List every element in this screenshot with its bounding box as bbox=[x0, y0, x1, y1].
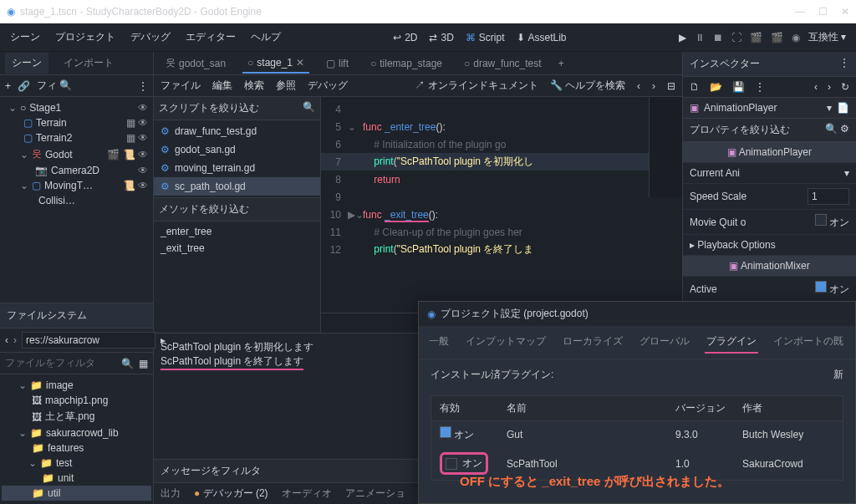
code-editor[interactable]: 45⌄func _enter_tree():6 # Initialization… bbox=[321, 97, 682, 313]
new-plugin-button[interactable]: 新 bbox=[833, 368, 843, 389]
script-menu-edit[interactable]: 編集 bbox=[212, 79, 232, 93]
inspector-object[interactable]: AnimationPlayer bbox=[704, 102, 822, 114]
fs-view-icon[interactable]: ▦ bbox=[139, 358, 148, 369]
movie-button[interactable]: ◉ bbox=[792, 32, 800, 43]
script-nav-fwd[interactable]: › bbox=[652, 80, 655, 92]
tree-item[interactable]: ⌄ 웃 Godot🎬 📜 👁 bbox=[2, 145, 151, 163]
inspector-section-mixer[interactable]: ▣ AnimationMixer bbox=[683, 256, 856, 277]
play-scene-button[interactable]: 🎬 bbox=[750, 32, 762, 43]
window-close[interactable]: ✕ bbox=[841, 6, 849, 18]
dialog-tab[interactable]: インポートの既 bbox=[772, 331, 845, 354]
inspector-close-icon[interactable]: ⋮ bbox=[839, 57, 849, 71]
remote-button[interactable]: ⛶ bbox=[731, 32, 741, 43]
dialog-tab[interactable]: プラグイン bbox=[705, 331, 758, 354]
window-maximize[interactable]: ☐ bbox=[818, 6, 828, 18]
renderer-dropdown[interactable]: 互換性 ▾ bbox=[808, 30, 846, 44]
inspector-prop[interactable]: Speed Scale bbox=[683, 184, 856, 210]
menu-editor[interactable]: エディター bbox=[186, 30, 236, 44]
pause-button[interactable]: ⏸ bbox=[695, 32, 705, 43]
method-item[interactable]: _exit_tree bbox=[154, 240, 320, 257]
script-item[interactable]: ⚙ draw_func_test.gd bbox=[154, 122, 320, 140]
bottom-tab-audio[interactable]: オーディオ bbox=[282, 486, 332, 501]
import-dock-tab[interactable]: インポート bbox=[57, 53, 120, 74]
script-menu-file[interactable]: ファイル bbox=[160, 79, 201, 93]
insp-history-icon[interactable]: ↻ bbox=[841, 81, 849, 93]
insp-search-icon[interactable]: 🔍 ⚙ bbox=[825, 123, 849, 137]
fs-search-icon[interactable]: 🔍 bbox=[121, 358, 134, 369]
bottom-tab-output[interactable]: 出力 bbox=[160, 486, 181, 501]
tree-item[interactable]: ⌄ ○ Stage1👁 bbox=[2, 100, 151, 115]
bottom-tab-debugger[interactable]: ● デバッガー (2) bbox=[194, 486, 268, 501]
method-item[interactable]: _enter_tree bbox=[154, 223, 320, 240]
insp-obj-dd-icon[interactable]: ▾ bbox=[827, 102, 832, 114]
script-menu-search[interactable]: 検索 bbox=[244, 79, 264, 93]
insp-new-icon[interactable]: 🗋 bbox=[690, 81, 700, 93]
add-node-button[interactable]: + bbox=[5, 80, 11, 92]
tree-item[interactable]: 📷 Camera2D👁 bbox=[2, 163, 151, 178]
mode-2d-button[interactable]: ↩ 2D bbox=[393, 32, 417, 43]
fs-item[interactable]: ⌄📁 image bbox=[2, 378, 151, 393]
script-help-search[interactable]: 🔧 ヘルプを検索 bbox=[550, 79, 625, 93]
scene-tab[interactable]: 웃 godot_san bbox=[160, 53, 231, 74]
dialog-tab[interactable]: インプットマップ bbox=[464, 331, 548, 354]
link-button[interactable]: 🔗 bbox=[18, 80, 30, 92]
script-item[interactable]: ⚙ godot_san.gd bbox=[154, 140, 320, 159]
fs-back-button[interactable]: ‹ bbox=[5, 334, 8, 346]
mode-script-button[interactable]: ⌘ Script bbox=[466, 32, 505, 43]
menu-debug[interactable]: デバッグ bbox=[130, 30, 171, 44]
window-minimize[interactable]: — bbox=[795, 6, 805, 18]
fs-item[interactable]: 🖼 mapchip1.png bbox=[2, 393, 151, 408]
dialog-tab[interactable]: ローカライズ bbox=[561, 331, 624, 354]
menu-project[interactable]: プロジェクト bbox=[55, 30, 115, 44]
fs-item[interactable]: 📁 unit bbox=[2, 471, 151, 486]
script-toggle-panel[interactable]: ⊟ bbox=[667, 80, 675, 92]
fs-item[interactable]: ⌄📁 test bbox=[2, 456, 151, 471]
insp-open-icon[interactable]: 📂 bbox=[710, 81, 722, 93]
inspector-section-ap[interactable]: ▣ AnimationPlayer bbox=[683, 142, 856, 163]
script-online-doc[interactable]: ↗ オンラインドキュメント bbox=[415, 79, 538, 93]
script-menu-debug[interactable]: デバッグ bbox=[308, 79, 348, 93]
inspector-prop[interactable]: ▸ Playback Options bbox=[683, 235, 856, 256]
active-checkbox[interactable] bbox=[815, 281, 827, 293]
script-filter-search-icon[interactable]: 🔍 bbox=[303, 101, 315, 115]
insp-doc-icon[interactable]: 📄 bbox=[837, 102, 849, 114]
insp-save-icon[interactable]: 💾 bbox=[732, 81, 745, 93]
scene-more-button[interactable]: ⋮ bbox=[138, 80, 148, 92]
tree-item[interactable]: ▢ Terrain▦ 👁 bbox=[2, 115, 151, 130]
fs-path-input[interactable] bbox=[22, 332, 155, 349]
mode-3d-button[interactable]: ⇄ 3D bbox=[429, 32, 453, 43]
inspector-prop[interactable]: Current Ani ▾ bbox=[683, 163, 856, 184]
play-button[interactable]: ▶ bbox=[679, 32, 686, 43]
scene-tab[interactable]: ○ draw_func_test bbox=[459, 54, 547, 73]
script-menu-goto[interactable]: 参照 bbox=[276, 79, 296, 93]
fs-fwd-button[interactable]: › bbox=[13, 334, 17, 346]
menu-help[interactable]: ヘルプ bbox=[251, 30, 281, 44]
inspector-prop-active[interactable]: Active オン bbox=[683, 277, 856, 302]
fs-item[interactable]: ⌄📁 sakuracrowd_lib bbox=[2, 425, 151, 440]
fs-item[interactable]: 📁 features bbox=[2, 440, 151, 456]
dialog-tab[interactable]: 一般 bbox=[427, 331, 451, 354]
script-item[interactable]: ⚙ moving_terrain.gd bbox=[154, 159, 320, 177]
insp-more-icon[interactable]: ⋮ bbox=[755, 81, 765, 93]
stop-button[interactable]: ⏹ bbox=[713, 32, 723, 43]
filesystem-tree[interactable]: ⌄📁 image🖼 mapchip1.png🖼 土と草.png⌄📁 sakura… bbox=[0, 374, 153, 504]
scene-tab[interactable]: ○ tilemap_stage bbox=[365, 54, 447, 73]
scene-dock-tab[interactable]: シーン bbox=[5, 53, 48, 74]
dialog-tab[interactable]: グローバル bbox=[638, 331, 691, 354]
fs-item[interactable]: 🖼 土と草.png bbox=[2, 408, 151, 425]
script-item[interactable]: ⚙ sc_path_tool.gd bbox=[154, 177, 320, 196]
menu-scene[interactable]: シーン bbox=[10, 30, 40, 44]
tree-item[interactable]: ⌄ ▢ MovingT…📜 👁 bbox=[2, 178, 151, 193]
play-custom-button[interactable]: 🎬 bbox=[771, 32, 783, 43]
scene-filter[interactable]: フィ 🔍 bbox=[37, 79, 72, 93]
insp-back-icon[interactable]: ‹ bbox=[814, 81, 818, 93]
scene-tree[interactable]: ⌄ ○ Stage1👁 ▢ Terrain▦ 👁 ▢ Terrain2▦ 👁⌄ … bbox=[0, 97, 153, 303]
fs-item[interactable]: 📁 util bbox=[2, 486, 151, 501]
scene-tab[interactable]: ○ stage_1 ✕ bbox=[242, 53, 309, 74]
add-tab-button[interactable]: + bbox=[558, 58, 564, 69]
tree-item[interactable]: Collisi… bbox=[2, 193, 151, 208]
scene-tab[interactable]: ▢ lift bbox=[321, 54, 354, 73]
bottom-tab-animation[interactable]: アニメーショ bbox=[345, 486, 405, 501]
mode-assetlib-button[interactable]: ⬇ AssetLib bbox=[517, 32, 567, 43]
code-minimap[interactable] bbox=[649, 97, 682, 197]
